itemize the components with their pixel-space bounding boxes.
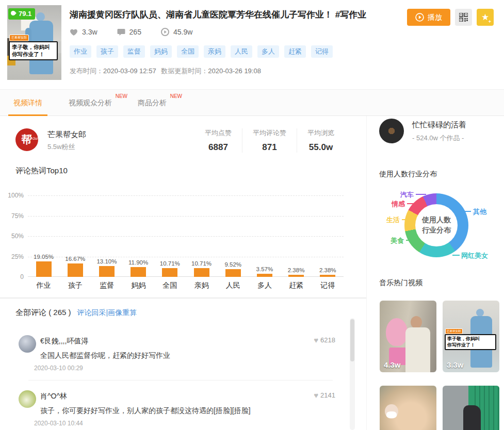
- hot-videos-title: 音乐热门视频: [379, 278, 422, 288]
- tag-chip[interactable]: 记得: [311, 45, 333, 58]
- comment-bubble-icon: [117, 28, 125, 36]
- donut-label-美食: 美食: [391, 236, 404, 245]
- author-name[interactable]: 芒果帮女郎: [47, 130, 86, 140]
- tag-chip[interactable]: 孩子: [96, 45, 118, 58]
- scrollbar-thumb[interactable]: [350, 319, 354, 361]
- donut-center-label: 使用人数 行业分布: [415, 204, 458, 246]
- video-thumbnail[interactable]: 79.1 芒果帮女郎 李子敬，你妈叫 你写作业了！: [7, 5, 61, 80]
- bar-作业[interactable]: [36, 261, 52, 277]
- video-analytics-page: 79.1 芒果帮女郎 李子敬，你妈叫 你写作业了！ 湖南援黄冈医疗队队员、湖南省…: [0, 0, 504, 430]
- donut-callout-line: [407, 203, 415, 204]
- donut-label-情感: 情感: [392, 200, 405, 209]
- author-followers: 5.5w粉丝: [47, 142, 75, 152]
- video-header: 79.1 芒果帮女郎 李子敬，你妈叫 你写作业了！ 湖南援黄冈医疗队队员、湖南省…: [0, 0, 504, 89]
- industry-chart-title: 使用人数行业分布: [379, 170, 437, 179]
- commenter-avatar[interactable]: [19, 335, 36, 353]
- play-icon: [415, 13, 424, 22]
- bar-孩子[interactable]: [68, 263, 83, 277]
- person-head-shape: [411, 316, 422, 328]
- bar-亲妈[interactable]: [194, 268, 209, 277]
- author-row: 帮 Gu! 芒果帮女郎 5.5w粉丝 平均点赞 6887 平均评论赞 871 平…: [15, 128, 345, 153]
- music-works-count: - 524.0w 个作品 -: [412, 134, 464, 143]
- update-time-label: 数据更新时间：: [161, 67, 208, 75]
- comment-time: 2020-03-10 00:29: [34, 365, 83, 372]
- likes-stat: 3.3w: [70, 28, 97, 36]
- person-coat-shape: [405, 327, 430, 372]
- favorite-button[interactable]: ★+: [477, 9, 494, 26]
- header-actions: 播放 ★+: [407, 9, 494, 26]
- new-badge: NEW: [170, 94, 182, 99]
- bar-监督[interactable]: [99, 266, 115, 277]
- music-record-avatar[interactable]: [379, 119, 404, 143]
- tag-chip[interactable]: 人民: [231, 45, 252, 58]
- bar-妈妈[interactable]: [131, 267, 146, 277]
- qr-code-button[interactable]: [455, 9, 472, 26]
- commenter-name: €艮鋔,,,,吥值淂: [40, 337, 88, 346]
- comments-count: 265: [129, 28, 141, 36]
- bar-多人[interactable]: [257, 274, 272, 277]
- views-stat: 45.9w: [161, 28, 192, 36]
- metric-avg-comment-likes: 平均评论赞 871: [242, 128, 297, 153]
- comment-divider: [28, 380, 333, 381]
- comments-count-title: 全部评论 ( 265 ): [15, 308, 71, 318]
- bar-人民[interactable]: [225, 269, 241, 277]
- publish-info: 发布时间：2020-03-09 12:57 数据更新时间：2020-03-26 …: [70, 67, 261, 76]
- tag-chip[interactable]: 监督: [123, 45, 145, 58]
- donut-label-汽车: 汽车: [400, 190, 414, 200]
- comment-text: 孩子，你可要好好写作业，别人家的孩子都没这待遇的[捂脸][捂脸]: [40, 406, 251, 416]
- y-tick: 75%: [0, 212, 24, 220]
- hot-video-thumbnail[interactable]: 芒果帮女郎 李子敬，你妈叫 你写作业了！ 3.3w: [443, 301, 499, 372]
- average-metrics: 平均点赞 6887 平均评论赞 871 平均浏览 55.0w: [194, 128, 345, 153]
- hot-video-thumbnail[interactable]: 尖椒鸡蛋这样炒不辣 又好吃: [443, 386, 499, 430]
- tag-chip[interactable]: 赶紧: [284, 45, 306, 58]
- comments-scrollbar[interactable]: [350, 318, 355, 430]
- tab-product-analysis[interactable]: 商品分析 NEW: [138, 90, 167, 116]
- tag-chip[interactable]: 全国: [177, 45, 199, 58]
- y-tick: 0: [0, 273, 24, 280]
- thumbnail-watermark: 芒果帮女郎: [445, 328, 463, 334]
- sidebar: 忙忙碌碌的活着 - 524.0w 个作品 - 使用人数行业分布 使用人数 行业分…: [366, 116, 504, 430]
- music-title[interactable]: 忙忙碌碌的活着: [412, 120, 466, 130]
- y-tick: 100%: [0, 192, 24, 199]
- bar-column: 13.10%: [91, 258, 122, 277]
- comments-recrawl-link[interactable]: 评论回采|画像重算: [77, 308, 137, 318]
- comment-likes: ♥ 2141: [314, 391, 335, 400]
- comment-likes: ♥ 6218: [314, 336, 335, 344]
- bar-column: 16.67%: [59, 256, 91, 277]
- y-tick: 25%: [0, 253, 24, 260]
- thumbnail-person-head: [36, 12, 45, 21]
- play-button[interactable]: 播放: [407, 9, 450, 26]
- bar-column: 9.52%: [217, 261, 249, 277]
- tab-video-detail[interactable]: 视频详情: [13, 90, 42, 116]
- publish-time-label: 发布时间：: [70, 67, 103, 75]
- bar-column: 19.05%: [28, 254, 59, 277]
- tab-audience-analysis[interactable]: 视频观众分析 NEW: [69, 90, 112, 116]
- tag-chip[interactable]: 亲妈: [204, 45, 225, 58]
- tag-chip[interactable]: 妈妈: [150, 45, 172, 58]
- bar-记得[interactable]: [320, 275, 335, 277]
- hot-video-thumbnail[interactable]: 4.3w: [380, 301, 436, 372]
- bar-column: 10.71%: [154, 260, 186, 277]
- tag-chip[interactable]: 多人: [257, 45, 279, 58]
- donut-label-网红美女: 网红美女: [461, 251, 488, 260]
- person-head-shape: [476, 309, 484, 317]
- bar-全国[interactable]: [162, 268, 177, 277]
- video-stats-row: 3.3w 265 45.9w: [70, 28, 192, 36]
- bouquet-shape: [386, 318, 408, 346]
- heart-icon: ♥: [314, 391, 318, 400]
- commenter-name: 肖^O^林: [40, 392, 67, 401]
- donut-label-生活: 生活: [386, 216, 400, 225]
- donut-label-其他: 其他: [473, 207, 486, 217]
- hot-video-thumbnail[interactable]: 结婚7年: [380, 386, 436, 430]
- thumbnail-watermark: 芒果帮女郎: [9, 35, 29, 41]
- update-time-value: 2020-03-26 19:08: [208, 67, 261, 75]
- tag-chip[interactable]: 作业: [70, 45, 91, 58]
- heart-icon: ♥: [314, 336, 318, 344]
- author-avatar[interactable]: 帮 Gu!: [15, 128, 38, 151]
- bar-赶紧[interactable]: [288, 275, 304, 277]
- bars-container: 19.05% 16.67% 13.10% 11.90% 10.71% 10.71…: [28, 195, 344, 277]
- hot-score-value: 79.1: [19, 10, 31, 18]
- bar-category-labels: 作业 孩子 监督 妈妈 全国 亲妈 人民 多人 赶紧 记得: [28, 281, 344, 290]
- commenter-avatar[interactable]: [19, 390, 36, 408]
- main-content: 帮 Gu! 芒果帮女郎 5.5w粉丝 平均点赞 6887 平均评论赞 871 平…: [0, 116, 366, 430]
